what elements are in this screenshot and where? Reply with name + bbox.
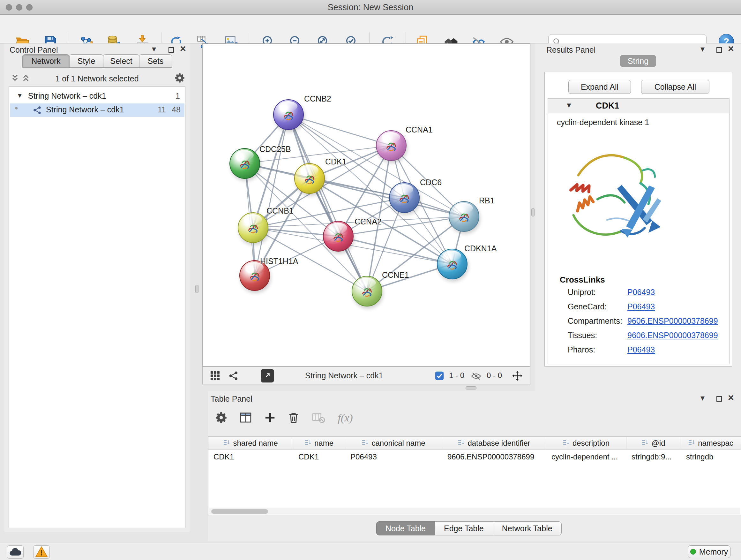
table-panel-title: Table Panel — [211, 394, 253, 403]
crosshair-move-icon — [512, 378, 523, 382]
add-column-button[interactable] — [261, 409, 279, 427]
gear-icon — [174, 76, 186, 85]
sort-icon — [223, 439, 230, 448]
column-header[interactable]: description — [546, 437, 626, 449]
expand-all-button[interactable]: Expand All — [568, 80, 631, 94]
network-node-CDC6[interactable] — [389, 182, 420, 213]
gear-icon — [215, 411, 228, 425]
title-bar: Session: New Session — [0, 0, 741, 15]
network-node-CDK1[interactable] — [294, 163, 325, 194]
table-delete-icon — [312, 411, 326, 426]
network-selection-header: 1 of 1 Network selected — [4, 71, 190, 86]
network-row-selected[interactable]: ● String Network – cdk1 11 48 — [10, 104, 185, 117]
network-node-CCNA1[interactable] — [376, 130, 407, 161]
string-network-icon — [32, 105, 42, 117]
network-edge[interactable] — [255, 115, 288, 275]
network-canvas[interactable]: CCNB2CCNA1CDC25BCDK1CDC6RB1CCNB1CCNA2CDK… — [202, 44, 530, 367]
application-window: Session: New Session ? Control Panel — [0, 0, 741, 560]
panel-menu-button[interactable]: ▾ — [700, 45, 704, 53]
crosslink-pharos-link[interactable]: P06493 — [627, 345, 655, 354]
section-disclosure-icon[interactable]: ▼ — [565, 101, 572, 110]
network-row-label: String Network – cdk1 — [46, 105, 124, 114]
panel-float-button[interactable] — [717, 46, 722, 54]
table-panel: Table Panel ▾ × f(x) shared name name ca… — [208, 391, 741, 541]
network-edge[interactable] — [288, 115, 367, 291]
tab-network[interactable]: Network — [22, 54, 70, 68]
cloud-status-button[interactable] — [7, 545, 23, 559]
network-node-RB1[interactable] — [449, 201, 479, 232]
gene-section-header[interactable]: ▼ CDK1 — [548, 99, 729, 113]
panel-float-button[interactable] — [717, 395, 722, 403]
warnings-button[interactable] — [33, 545, 50, 559]
string-results-content: Expand All Collapse All ▼ CDK1 cyclin-de… — [544, 72, 732, 367]
cell-description: cyclin-dependent ... — [546, 449, 626, 464]
network-collection-row[interactable]: ▼ String Network – cdk1 1 — [9, 90, 185, 103]
network-node-CCNA2[interactable] — [323, 221, 354, 252]
panel-close-button[interactable]: × — [180, 44, 186, 54]
network-node-label: CCNB1 — [266, 206, 293, 215]
panel-close-button[interactable]: × — [728, 44, 734, 54]
open-in-window-button[interactable] — [261, 369, 274, 382]
network-options-gear-button[interactable] — [174, 72, 186, 85]
network-node-CDC25B[interactable] — [229, 148, 260, 179]
crosslink-genecard-link[interactable]: P06493 — [627, 302, 655, 311]
collection-label: String Network – cdk1 — [28, 91, 106, 101]
tab-sets[interactable]: Sets — [139, 54, 172, 68]
collection-disclosure-icon[interactable]: ▼ — [17, 92, 23, 99]
bottom-divider-grip[interactable] — [466, 386, 476, 389]
birds-eye-view-button[interactable] — [210, 370, 220, 382]
network-node-CDKN1A[interactable] — [437, 249, 468, 279]
panel-menu-button[interactable]: ▾ — [152, 45, 156, 53]
select-columns-button[interactable] — [237, 409, 255, 427]
column-header[interactable]: shared name — [208, 437, 293, 449]
network-node-CCNB1[interactable] — [238, 212, 268, 243]
network-view-toolbar: String Network – cdk1 1 - 0 0 - 0 — [202, 367, 530, 384]
sort-icon — [305, 439, 312, 448]
left-divider-grip[interactable] — [195, 285, 199, 293]
external-arrow-icon — [263, 371, 272, 381]
sort-icon — [642, 439, 649, 448]
collapse-all-button[interactable]: Collapse All — [641, 80, 710, 94]
column-header[interactable]: @id — [626, 437, 681, 449]
tab-network-table[interactable]: Network Table — [493, 521, 562, 536]
cell-id: stringdb:9... — [626, 449, 681, 464]
pan-mode-button[interactable] — [512, 370, 523, 382]
right-divider-grip[interactable] — [531, 208, 535, 216]
delete-column-button[interactable] — [285, 409, 302, 427]
tab-select[interactable]: Select — [103, 54, 139, 68]
panel-close-button[interactable]: × — [728, 392, 734, 402]
network-node-CCNE1[interactable] — [352, 276, 382, 307]
network-node-label: CDK1 — [325, 157, 347, 166]
panel-float-button[interactable] — [169, 46, 174, 54]
network-overview-button[interactable] — [228, 370, 239, 382]
tab-node-table[interactable]: Node Table — [376, 521, 435, 536]
cell-shared-name: CDK1 — [208, 449, 293, 464]
memory-button[interactable]: Memory — [688, 545, 731, 558]
tab-string[interactable]: String — [620, 55, 656, 67]
float-window-icon — [169, 47, 174, 53]
crosslink-uniprot-link[interactable]: P06493 — [627, 288, 655, 297]
column-header[interactable]: database identifier — [442, 437, 546, 449]
scrollbar-thumb[interactable] — [211, 509, 268, 514]
network-node-label: CCNA2 — [354, 217, 382, 226]
column-header[interactable]: canonical name — [345, 437, 442, 449]
panel-menu-button[interactable]: ▾ — [700, 394, 704, 402]
horizontal-scrollbar[interactable] — [209, 508, 740, 515]
tab-edge-table[interactable]: Edge Table — [434, 521, 493, 536]
crosslink-tissues-link[interactable]: 9606.ENSP00000378699 — [627, 331, 718, 340]
crosslink-compartments-link[interactable]: 9606.ENSP00000378699 — [627, 316, 718, 326]
tab-style[interactable]: Style — [69, 54, 104, 68]
network-edge[interactable] — [288, 115, 391, 145]
table-options-button[interactable] — [212, 409, 230, 427]
table-row[interactable]: CDK1 CDK1 P06493 9606.ENSP00000378699 cy… — [208, 449, 741, 464]
float-window-icon — [717, 47, 722, 53]
selected-checkbox-icon[interactable] — [434, 371, 445, 382]
network-node-label: CDC25B — [259, 145, 291, 154]
network-node-CCNB2[interactable] — [273, 99, 304, 130]
column-header[interactable]: namespac — [681, 437, 741, 449]
float-window-icon — [717, 396, 722, 401]
protein-ribbon-icon — [330, 228, 347, 245]
protein-ribbon-icon — [280, 106, 297, 123]
cloud-icon — [9, 547, 22, 557]
column-header[interactable]: name — [293, 437, 345, 449]
